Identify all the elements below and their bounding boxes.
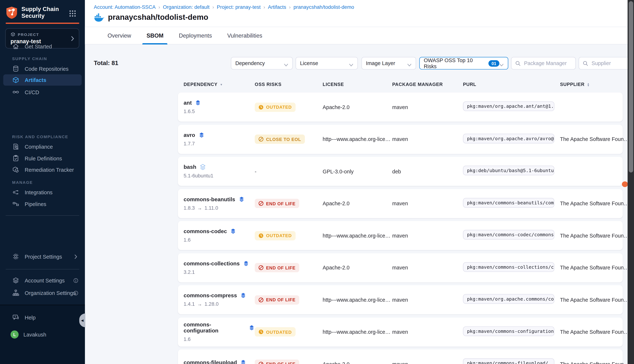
breadcrumb-link-project-pranay-test[interactable]: Project: pranay-test	[217, 4, 261, 10]
page-title: pranaycshah/todolist-demo	[108, 13, 208, 22]
version-current: 1.6	[184, 336, 191, 342]
dependency-version: 1.4.1→1.28.0	[184, 301, 255, 307]
oss-risk-cell: END OF LIFE	[255, 360, 323, 364]
org-icon	[12, 289, 20, 296]
license-cell: http---www.apache.org-lice…	[323, 329, 392, 335]
slash-circle-icon	[258, 265, 264, 270]
oss-risk-cell: OUTDATED	[255, 327, 323, 336]
filter-dropdown-license[interactable]: License	[295, 57, 358, 70]
layers-icon	[198, 132, 204, 138]
purl-pill[interactable]: pkg:maven/commons-codec/commons-…	[463, 230, 554, 240]
sidebar-item-get-started[interactable]: Get Started	[0, 41, 85, 52]
user-menu[interactable]: L Lavakush	[0, 329, 85, 340]
tab-overview[interactable]: Overview	[105, 27, 134, 44]
dependency-cell: commons-codec1.6	[184, 228, 255, 243]
sidebar-item-account-settings[interactable]: Account Settings	[0, 275, 85, 286]
info-icon[interactable]	[73, 290, 79, 296]
status-badge-label: END OF LIFE	[266, 297, 295, 302]
oss-risk-empty: -	[255, 168, 257, 174]
gear-icon	[12, 253, 20, 260]
infinity-icon	[12, 88, 20, 96]
dependency-cell: commons-collections3.2.1	[184, 260, 255, 275]
version-recommended: 1.11.0	[205, 205, 218, 211]
filter-dropdown-dependency[interactable]: Dependency	[231, 57, 293, 70]
breadcrumb-link-account-automation-ssca[interactable]: Account: Automation-SSCA	[94, 4, 156, 10]
page-header: Account: Automation-SSCA›Organization: d…	[85, 0, 634, 44]
purl-pill[interactable]: pkg:maven/commons-configuration/…	[463, 326, 554, 336]
dependency-version: 3.2.1	[184, 269, 255, 275]
tab-sbom[interactable]: SBOM	[144, 27, 166, 44]
info-icon[interactable]	[73, 278, 79, 283]
app-switcher-grid-icon[interactable]	[69, 10, 76, 17]
package-manager-cell: maven	[392, 361, 463, 364]
purl-pill[interactable]: pkg:maven/org.apache.avro/avro@1…	[463, 134, 554, 143]
sidebar-item-remediation-tracker[interactable]: Remediation Tracker	[0, 164, 85, 176]
sidebar-item-ci-cd[interactable]: CI/CD	[0, 86, 85, 98]
dependency-cell: commons-beanutils1.8.3→1.11.0	[184, 196, 255, 210]
dependency-cell: commons-fileupload	[184, 360, 255, 364]
sidebar-item-integrations[interactable]: Integrations	[0, 186, 85, 198]
purl-pill[interactable]: pkg:maven/org.apache.ant/ant@1.6…	[463, 101, 554, 111]
user-name: Lavakush	[24, 332, 46, 338]
sidebar-item-label: Rule Definitions	[25, 155, 62, 161]
status-badge-eol: END OF LIFE	[255, 295, 299, 304]
breadcrumb-link-pranaycshah-todolist-demo[interactable]: pranaycshah/todolist-demo	[293, 4, 354, 10]
sidebar-item-pipelines[interactable]: Pipelines	[0, 198, 85, 210]
dependency-name: commons-fileupload	[184, 360, 255, 364]
purl-pill[interactable]: pkg:maven/org.apache.commons/com…	[463, 294, 554, 304]
license-cell: GPL-3.0-only	[323, 168, 392, 174]
purl-cell: pkg:deb/ubuntu/bash@5.1-6ubuntu1	[463, 166, 560, 177]
dependency-name-text: ant	[184, 100, 192, 106]
tab-deployments[interactable]: Deployments	[176, 27, 214, 44]
table-row-avro: avro1.7.7CLOSE TO EOLhttp---www.apache.o…	[178, 125, 623, 154]
slash-circle-icon	[258, 362, 264, 364]
scrollbar-thumb[interactable]	[628, 1, 633, 173]
supplier-cell: The Apache Software Foun…	[560, 329, 630, 335]
filter-dropdown-label: Image Layer	[366, 60, 395, 66]
column-header-supplier[interactable]: SUPPLIER▲▼	[560, 82, 630, 87]
purl-pill[interactable]: pkg:maven/commons-beanutils/comm…	[463, 198, 554, 208]
cube-icon	[12, 76, 20, 84]
package-manager-input[interactable]	[523, 60, 572, 66]
sidebar-item-project-settings[interactable]: Project Settings	[0, 251, 85, 262]
status-badge-label: OUTDATED	[266, 329, 292, 334]
tab-vulnerabilities[interactable]: Vulnerabilities	[225, 27, 265, 44]
purl-pill[interactable]: pkg:maven/commons-collections/co…	[463, 262, 554, 272]
purl-pill[interactable]: pkg:deb/ubuntu/bash@5.1-6ubuntu1	[463, 166, 554, 176]
sidebar-item-artifacts[interactable]: Artifacts	[3, 74, 82, 86]
sidebar-item-help[interactable]: ? Help	[0, 312, 85, 323]
license-cell: Apache-2.0	[323, 200, 392, 206]
layers-icon	[200, 164, 206, 170]
sidebar-item-code-repositories[interactable]: </>Code Repositories	[0, 63, 85, 74]
table-row-commons-beanutils: commons-beanutils1.8.3→1.11.0END OF LIFE…	[178, 189, 623, 218]
column-header-package-manager: PACKAGE MANAGER	[392, 82, 463, 87]
sidebar-item-organization-settings[interactable]: Organization Settings	[0, 287, 85, 298]
purl-pill[interactable]: pkg:maven/commons-fileupload/…	[463, 358, 554, 364]
purl-cell: pkg:maven/org.apache.commons/com…	[463, 294, 560, 306]
total-count: Total: 81	[94, 60, 118, 66]
filter-dropdown-image-layer[interactable]: Image Layer	[361, 57, 416, 70]
package-manager-cell: maven	[392, 265, 463, 271]
supplier-cell: The Apache Software Foun…	[560, 232, 630, 238]
search-package-manager	[511, 57, 576, 70]
chevron-down-icon	[500, 62, 504, 65]
dependency-name-text: commons-compress	[184, 292, 237, 298]
dependency-version: 5.1-6ubuntu1	[184, 173, 255, 178]
supplier-cell: The Apache Software Foun…	[560, 297, 630, 303]
oss-risk-cell: OUTDATED	[255, 231, 323, 240]
breadcrumb-link-organization-default[interactable]: Organization: default	[163, 4, 209, 10]
package-manager-cell: maven	[392, 200, 463, 206]
layers-icon	[240, 360, 246, 364]
filter-dropdown-owasp-oss-top-10-risks[interactable]: OWASP OSS Top 10 Risks01	[419, 57, 508, 70]
dependency-name: commons-collections	[184, 260, 255, 266]
dependency-version: 1.6.5	[184, 109, 255, 114]
dependency-version: 1.7.7	[184, 141, 255, 146]
search-icon	[583, 60, 588, 66]
avatar: L	[11, 330, 19, 338]
sidebar-item-rule-definitions[interactable]: Rule Definitions	[0, 153, 85, 164]
version-current: 1.6	[184, 237, 191, 243]
column-header-dependency[interactable]: DEPENDENCY▼	[184, 82, 255, 87]
sidebar-item-label: Account Settings	[25, 277, 65, 283]
breadcrumb-link-artifacts[interactable]: Artifacts	[268, 4, 286, 10]
sidebar-item-compliance[interactable]: Compliance	[0, 141, 85, 152]
